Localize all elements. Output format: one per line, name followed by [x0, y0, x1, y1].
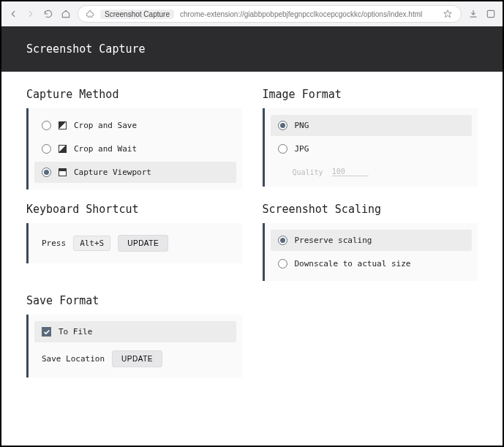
save-format-title: Save Format [26, 294, 242, 307]
reload-icon[interactable] [42, 8, 54, 20]
radio-icon [278, 236, 287, 245]
save-format-section: Save Format To File Save Location UPDATE [26, 294, 242, 377]
capture-option-crop-wait[interactable]: Crop and Wait [34, 138, 236, 159]
capture-method-panel: Crop and Save Crop and Wait Capture View… [26, 108, 242, 189]
quality-row: Quality [271, 162, 473, 182]
image-format-panel: PNG JPG Quality [263, 108, 478, 187]
radio-icon [42, 144, 51, 154]
crop-save-icon [59, 121, 67, 129]
scaling-panel: Preserve scaling Downscale to actual siz… [263, 223, 478, 281]
forward-icon[interactable] [25, 8, 37, 20]
omnibox-chip: Screenshot Capture [100, 10, 174, 19]
capture-option-label: Crop and Wait [74, 144, 137, 154]
quality-input[interactable] [332, 168, 369, 176]
scaling-label: Preserve scaling [295, 236, 372, 245]
scaling-label: Downscale to actual size [295, 259, 411, 268]
scaling-section: Screenshot Scaling Preserve scaling Down… [263, 203, 478, 281]
save-format-panel: To File Save Location UPDATE [26, 315, 242, 377]
format-label: PNG [295, 121, 309, 130]
download-icon[interactable] [467, 8, 479, 20]
keyboard-shortcut-title: Keyboard Shortcut [26, 203, 242, 216]
format-option-png[interactable]: PNG [271, 115, 473, 136]
capture-method-title: Capture Method [26, 88, 242, 101]
radio-icon [42, 121, 51, 130]
capture-option-label: Capture Viewport [74, 168, 151, 177]
format-option-jpg[interactable]: JPG [271, 138, 473, 159]
extension-icon [86, 10, 94, 18]
keyboard-shortcut-panel: Press Alt+S UPDATE [26, 223, 242, 263]
star-icon[interactable] [442, 8, 454, 20]
format-label: JPG [295, 144, 309, 154]
update-shortcut-button[interactable]: UPDATE [118, 235, 168, 252]
scaling-title: Screenshot Scaling [263, 203, 478, 216]
checkbox-icon [42, 327, 51, 337]
keyboard-shortcut-section: Keyboard Shortcut Press Alt+S UPDATE [26, 203, 242, 281]
svg-rect-0 [487, 10, 494, 17]
radio-icon [278, 144, 287, 154]
options-grid: Capture Method Crop and Save Crop and Wa… [1, 72, 503, 385]
scaling-option-preserve[interactable]: Preserve scaling [271, 230, 473, 251]
omnibox-url: chrome-extension://giabbpobpebjfegnpcclk… [180, 10, 422, 18]
capture-method-section: Capture Method Crop and Save Crop and Wa… [26, 88, 242, 189]
save-location-label: Save Location [42, 354, 105, 364]
radio-icon [42, 168, 51, 177]
image-format-section: Image Format PNG JPG Quality [263, 88, 478, 189]
spacer [263, 294, 478, 377]
viewport-icon [59, 168, 67, 176]
crop-wait-icon [59, 145, 67, 153]
capture-option-crop-save[interactable]: Crop and Save [34, 115, 236, 136]
app-header: Screenshot Capture [1, 26, 503, 72]
address-bar[interactable]: Screenshot Capture chrome-extension://gi… [78, 5, 462, 23]
update-location-button[interactable]: UPDATE [112, 350, 162, 367]
back-icon[interactable] [7, 8, 19, 20]
capture-option-label: Crop and Save [74, 121, 137, 130]
press-label: Press [42, 238, 66, 248]
image-format-title: Image Format [263, 88, 478, 101]
browser-toolbar: Screenshot Capture chrome-extension://gi… [1, 1, 503, 26]
shortcut-key: Alt+S [73, 236, 110, 251]
scaling-option-downscale[interactable]: Downscale to actual size [271, 253, 473, 274]
home-icon[interactable] [60, 8, 72, 20]
radio-icon [278, 121, 287, 130]
page-title: Screenshot Capture [26, 42, 146, 56]
puzzle-icon[interactable] [485, 8, 497, 20]
save-to-file-row[interactable]: To File [34, 321, 236, 342]
capture-option-viewport[interactable]: Capture Viewport [34, 162, 236, 183]
radio-icon [278, 259, 287, 268]
to-file-label: To File [59, 327, 92, 337]
quality-label: Quality [293, 168, 323, 176]
